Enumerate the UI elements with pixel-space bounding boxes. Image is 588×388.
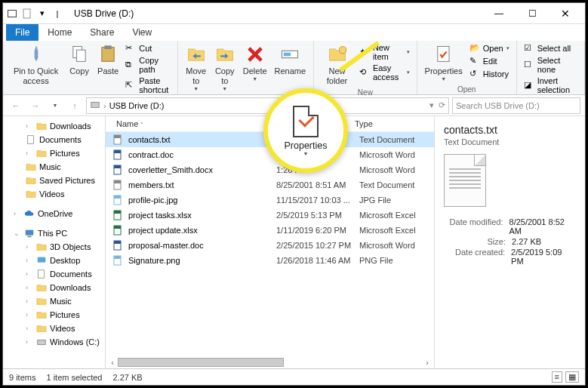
history-button[interactable]: ↺History — [467, 68, 512, 80]
select-all-button[interactable]: ☑Select all — [522, 42, 580, 54]
ribbon-group-open: Properties▼ 📂Open▾ ✎Edit ↺History Open — [417, 41, 517, 94]
svg-rect-2 — [23, 9, 30, 18]
svg-rect-27 — [114, 196, 121, 199]
tab-home[interactable]: Home — [38, 24, 81, 41]
window-title: USB Drive (D:) — [74, 8, 134, 19]
nav-3d-objects[interactable]: ›3D Objects — [3, 240, 105, 254]
forward-button[interactable]: → — [27, 97, 44, 114]
copy-button[interactable]: Copy — [66, 42, 93, 78]
file-icon — [112, 134, 124, 146]
nav-music-2[interactable]: ›Music — [3, 294, 105, 308]
close-button[interactable]: ✕ — [549, 5, 582, 23]
svg-rect-5 — [102, 48, 114, 62]
nav-downloads[interactable]: ›Downloads — [3, 119, 105, 133]
file-date: 1/26/2018 11:46 AM — [276, 256, 359, 265]
file-row[interactable]: members.txt8/25/2001 8:51 AMText Documen… — [106, 177, 434, 192]
nav-windows-c[interactable]: ›Windows (C:) — [3, 335, 105, 349]
up-button[interactable]: ↑ — [66, 97, 83, 114]
refresh-icon[interactable]: ⟳ — [439, 100, 445, 110]
file-row[interactable]: coverletter_Smith.docx1:26 PMMicrosoft W… — [106, 162, 434, 177]
details-preview-icon — [444, 154, 486, 207]
search-input[interactable]: Search USB Drive (D:) — [452, 97, 580, 114]
svg-rect-13 — [26, 230, 34, 236]
qat-properties-icon[interactable] — [21, 8, 33, 20]
file-row[interactable]: proposal-master.doc2/25/2015 10:27 PMMic… — [106, 238, 434, 253]
qat-dropdown-icon[interactable]: ▾ — [36, 8, 48, 20]
maximize-button[interactable]: ☐ — [516, 5, 549, 23]
invert-selection-button[interactable]: ◪Invert selection — [522, 75, 580, 95]
column-type[interactable]: Type — [355, 119, 434, 128]
svg-rect-25 — [114, 180, 121, 183]
svg-rect-6 — [104, 45, 111, 49]
cut-button[interactable]: ✂Cut — [123, 42, 173, 54]
rename-button[interactable]: Rename — [272, 42, 309, 78]
view-large-icons-icon[interactable]: ▦ — [565, 371, 579, 383]
content-area: Name ˄ Date modified Type contacts.txtTe… — [106, 116, 585, 368]
copy-to-button[interactable]: Copy to▼ — [211, 42, 239, 94]
easy-access-button[interactable]: ⟲Easy access▾ — [357, 63, 412, 82]
move-to-button[interactable]: Move to▼ — [183, 42, 210, 94]
nav-documents-2[interactable]: ›Documents — [3, 267, 105, 281]
history-icon: ↺ — [469, 69, 480, 79]
status-selected-size: 2.27 KB — [112, 373, 142, 382]
file-type: Text Document — [359, 180, 434, 189]
tab-file[interactable]: File — [6, 24, 38, 41]
nav-videos-2[interactable]: ›Videos — [3, 322, 105, 335]
chevron-down-icon: ▼ — [441, 76, 446, 82]
select-none-icon: ☐ — [524, 60, 534, 70]
address-dropdown-icon[interactable]: ▾ — [429, 100, 434, 110]
drive-icon — [90, 100, 100, 112]
file-row[interactable]: project update.xlsx1/11/2019 6:20 PMMicr… — [106, 223, 434, 238]
file-type: JPG File — [359, 196, 434, 205]
svg-rect-29 — [114, 211, 121, 214]
select-none-button[interactable]: ☐Select none — [522, 55, 580, 75]
file-row[interactable]: project tasks.xlsx2/5/2019 5:13 PMMicros… — [106, 208, 434, 223]
view-details-icon[interactable]: ≡ — [552, 371, 562, 383]
file-row[interactable]: Signature.png1/26/2018 11:46 AMPNG File — [106, 253, 434, 268]
edit-button[interactable]: ✎Edit — [467, 55, 512, 67]
ribbon-group-organize: Move to▼ Copy to▼ Delete▼ Rename Organiz… — [178, 41, 314, 94]
file-date: 1/11/2019 6:20 PM — [276, 226, 359, 235]
pin-quick-access-button[interactable]: Pin to Quick access — [8, 42, 64, 88]
delete-button[interactable]: Delete▼ — [240, 42, 270, 85]
column-name[interactable]: Name ˄ — [106, 119, 272, 128]
recent-locations-button[interactable]: ▼ — [47, 97, 63, 114]
file-name: project tasks.xlsx — [128, 211, 276, 220]
chevron-down-icon: ▼ — [303, 151, 309, 156]
open-button[interactable]: 📂Open▾ — [467, 42, 512, 54]
nav-pictures[interactable]: ›Pictures — [3, 146, 105, 160]
nav-downloads-2[interactable]: ›Downloads — [3, 281, 105, 294]
properties-callout-label: Properties — [285, 140, 328, 151]
window-controls: — ☐ ✕ — [482, 5, 582, 23]
scroll-thumb[interactable] — [118, 358, 284, 367]
nav-videos[interactable]: Videos — [3, 187, 105, 201]
scissors-icon: ✂ — [125, 43, 136, 54]
back-button[interactable]: ← — [8, 97, 24, 114]
minimize-button[interactable]: — — [482, 5, 516, 23]
tab-view[interactable]: View — [123, 24, 161, 41]
nav-desktop[interactable]: ›Desktop — [3, 254, 105, 267]
paste-shortcut-button[interactable]: ⇱Paste shortcut — [123, 75, 173, 95]
chevron-down-icon: ▼ — [222, 86, 227, 92]
tab-share[interactable]: Share — [81, 24, 123, 41]
horizontal-scrollbar[interactable]: ‹› — [106, 356, 434, 368]
nav-saved-pictures[interactable]: Saved Pictures — [3, 174, 105, 187]
nav-this-pc[interactable]: ⌄This PC — [3, 226, 105, 240]
svg-rect-17 — [38, 340, 46, 344]
file-icon — [112, 254, 124, 266]
titlebar: ▾ | USB Drive (D:) — ☐ ✕ — [3, 3, 585, 24]
file-type: PNG File — [359, 256, 434, 265]
svg-rect-10 — [437, 47, 448, 62]
nav-music[interactable]: Music — [3, 160, 105, 174]
svg-rect-19 — [114, 135, 121, 138]
nav-onedrive[interactable]: ›OneDrive — [3, 207, 105, 220]
svg-rect-4 — [77, 50, 86, 61]
status-bar: 9 items 1 item selected 2.27 KB ≡ ▦ — [3, 368, 585, 385]
chevron-down-icon: ▼ — [193, 86, 199, 92]
properties-button[interactable]: Properties▼ — [422, 42, 466, 85]
nav-documents[interactable]: Documents — [3, 133, 105, 146]
file-row[interactable]: profile-pic.jpg11/15/2017 10:03 ...JPG F… — [106, 192, 434, 208]
paste-button[interactable]: Paste — [94, 42, 122, 78]
nav-pictures-2[interactable]: ›Pictures — [3, 308, 105, 322]
copy-path-button[interactable]: ⧉Copy path — [123, 55, 173, 75]
